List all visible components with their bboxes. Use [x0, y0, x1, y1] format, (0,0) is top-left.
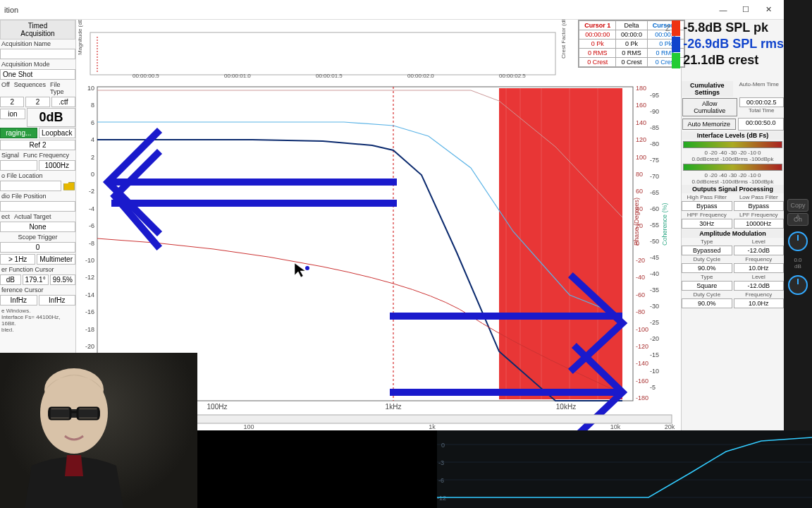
- svg-text:-70: -70: [650, 173, 659, 180]
- ref2-cell[interactable]: Ref 2: [0, 140, 75, 150]
- lpf-bypass[interactable]: Bypass: [734, 201, 785, 211]
- acq-mode-select[interactable]: One Shot: [0, 69, 75, 80]
- right-panel: Cumulative SettingsAuto-Mem Time Allow C…: [681, 20, 784, 430]
- knob-2[interactable]: [788, 275, 808, 295]
- svg-point-76: [305, 266, 309, 270]
- svg-text:Crest Factor (dB): Crest Factor (dB): [560, 20, 567, 59]
- svg-text:10: 10: [87, 85, 94, 92]
- svg-text:-12: -12: [85, 274, 94, 281]
- svg-text:00:00:01.0: 00:00:01.0: [224, 73, 251, 79]
- level-meter-2: [683, 164, 782, 171]
- knob-unit: dB: [784, 263, 812, 270]
- filepos-input[interactable]: [0, 201, 75, 212]
- averaging-btn[interactable]: raging...: [0, 128, 37, 138]
- folder-icon[interactable]: [63, 180, 75, 192]
- svg-text:-85: -85: [650, 124, 659, 131]
- hpf-bypass[interactable]: Bypass: [682, 201, 732, 211]
- webcam-overlay: [0, 353, 197, 508]
- osp-title: Outputs Signal Processing: [682, 185, 784, 193]
- svg-text:-2: -2: [89, 188, 94, 195]
- window-title: ition: [4, 6, 18, 14]
- svg-text:Coherence (%): Coherence (%): [661, 202, 668, 246]
- svg-text:-75: -75: [650, 157, 659, 164]
- filetype-sel[interactable]: .ctf: [51, 97, 75, 107]
- svg-text:-10: -10: [85, 257, 94, 264]
- svg-text:-120: -120: [636, 343, 648, 350]
- svg-text:00:00:02.0: 00:00:02.0: [407, 73, 434, 79]
- spl-pk: -5.8dB SPL pk: [683, 20, 768, 35]
- window-titlebar: ition — ☐ ✕: [0, 0, 784, 20]
- svg-text:60: 60: [636, 188, 643, 195]
- svg-text:-40: -40: [636, 274, 645, 281]
- svg-text:-160: -160: [636, 377, 648, 385]
- acq-name-input[interactable]: [0, 49, 75, 59]
- am-duty-2[interactable]: 90.0%: [682, 298, 732, 308]
- svg-text:-80: -80: [650, 140, 659, 147]
- spl-metrics: Z-5.8dB SPL pk -26.9dB SPL rms 21.1dB cr…: [663, 20, 784, 68]
- automem-time[interactable]: 00:00:02.5: [739, 97, 785, 107]
- svg-text:-15: -15: [650, 351, 659, 358]
- svg-text:1kHz: 1kHz: [386, 403, 402, 411]
- am-type-2[interactable]: Square: [682, 281, 732, 291]
- funcfreq-select[interactable]: 1000Hz: [39, 160, 76, 171]
- signal-select[interactable]: [0, 160, 37, 171]
- acq-mode-label: Acquisition Mode: [0, 60, 75, 68]
- am-type-1[interactable]: Bypassed: [682, 246, 732, 255]
- maximize-button[interactable]: ☐: [734, 2, 757, 18]
- svg-text:140: 140: [636, 119, 646, 126]
- am-freq-1[interactable]: 10.0Hz: [734, 263, 785, 273]
- copy-button[interactable]: Copy A: [787, 199, 808, 212]
- dark-waveform: 0 -3 -6 -12: [437, 430, 812, 508]
- am-duty-1[interactable]: 90.0%: [682, 263, 732, 273]
- interface-note: e Windows. Interface Fs= 44100Hz, 16Bit.…: [0, 306, 75, 334]
- svg-text:100: 100: [243, 423, 254, 430]
- minimize-button[interactable]: —: [712, 2, 734, 18]
- knob-1[interactable]: [788, 231, 808, 251]
- total-time[interactable]: 00:00:50.0: [738, 118, 785, 131]
- svg-text:-60: -60: [636, 291, 645, 298]
- hpf-freq[interactable]: 30Hz: [682, 219, 732, 229]
- acq-name-label: Acquisition Name: [0, 40, 75, 48]
- seq-a[interactable]: 2: [0, 97, 24, 107]
- target-none[interactable]: None: [0, 222, 75, 232]
- am-freq-2[interactable]: 10.0Hz: [734, 298, 785, 308]
- ion-cell[interactable]: ion: [0, 109, 25, 119]
- svg-text:6: 6: [91, 119, 94, 126]
- svg-text:2: 2: [91, 154, 94, 161]
- close-button[interactable]: ✕: [757, 2, 780, 18]
- spl-crest: 21.1dB crest: [683, 53, 758, 68]
- on-button[interactable]: On: [787, 213, 808, 226]
- svg-text:100Hz: 100Hz: [207, 403, 228, 411]
- timed-acq-header: TimedAcquisition: [0, 20, 75, 40]
- svg-text:Phase (Degrees): Phase (Degrees): [633, 198, 640, 246]
- svg-text:-50: -50: [650, 238, 659, 245]
- svg-text:-8: -8: [89, 240, 94, 247]
- gt1hz[interactable]: > 1Hz: [0, 254, 35, 265]
- svg-text:0: 0: [441, 442, 445, 449]
- svg-text:-6: -6: [438, 477, 444, 484]
- lpf-freq[interactable]: 10000Hz: [734, 219, 785, 229]
- loopback-cell[interactable]: Loopback: [39, 128, 76, 138]
- scope-trig[interactable]: 0: [0, 242, 75, 253]
- x-scrollbar: [115, 415, 672, 423]
- svg-text:-80: -80: [636, 308, 645, 315]
- svg-text:-20: -20: [85, 343, 94, 350]
- svg-text:80: 80: [636, 171, 643, 178]
- cursor-pct: 99.5%: [50, 274, 75, 285]
- svg-text:-5: -5: [650, 384, 656, 391]
- gain-display: 0dB: [27, 108, 75, 127]
- allow-cumulative-btn[interactable]: Allow Cumulative: [682, 98, 737, 116]
- am-level-2[interactable]: -12.0dB: [734, 281, 785, 291]
- svg-text:120: 120: [636, 136, 646, 143]
- svg-text:-180: -180: [636, 394, 648, 401]
- multimeter[interactable]: Multimeter: [37, 254, 75, 265]
- seq-b[interactable]: 2: [25, 97, 49, 107]
- svg-text:-90: -90: [650, 108, 659, 115]
- svg-text:-20: -20: [636, 257, 645, 264]
- file-path[interactable]: [0, 181, 61, 191]
- auto-memorize-btn[interactable]: Auto Memorize: [682, 119, 736, 130]
- svg-text:-14: -14: [85, 291, 94, 298]
- svg-text:-16: -16: [85, 308, 94, 315]
- svg-text:-35: -35: [650, 286, 659, 294]
- am-level-1[interactable]: -12.0dB: [734, 246, 785, 255]
